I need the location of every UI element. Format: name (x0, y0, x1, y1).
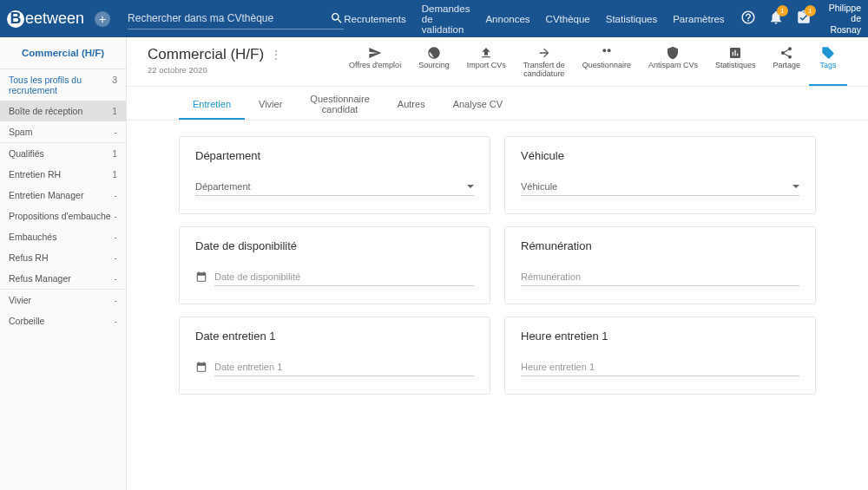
task-badge: 1 (805, 5, 816, 16)
card-title: Date entretien 1 (195, 330, 474, 343)
sidebar-item[interactable]: Corbeille- (0, 310, 126, 331)
cards-area: Département Département Véhicule Véhicul… (127, 121, 868, 422)
nav-annonces[interactable]: Annonces (485, 14, 529, 24)
notif-badge: 1 (777, 5, 788, 16)
page-title: Commercial (H/F) (148, 46, 264, 63)
search-input[interactable] (128, 12, 330, 24)
sidebar-item[interactable]: Tous les profils du recrutement3 (0, 69, 126, 101)
nav-parametres[interactable]: Paramètres (673, 14, 724, 24)
action-item[interactable]: Offres d'emploi (340, 46, 410, 86)
sidebar-item[interactable]: Entretien RH1 (0, 164, 126, 185)
sidebar-item[interactable]: Entretien Manager- (0, 185, 126, 206)
calendar-icon (195, 271, 207, 283)
sidebar-item[interactable]: Vivier- (0, 290, 126, 310)
action-item[interactable]: Questionnaire (574, 46, 640, 86)
nav-demandes[interactable]: Demandes de validation (422, 3, 470, 35)
tab[interactable]: Vivier (245, 90, 296, 120)
dispo-date-input[interactable]: Date de disponibilité (214, 268, 474, 286)
action-item[interactable]: Statistiques (707, 46, 765, 86)
sidebar: Commercial (H/F) Tous les profils du rec… (0, 37, 127, 490)
departement-select[interactable]: Département (195, 178, 474, 196)
card-heure-entretien-1: Heure entretien 1 Heure entretien 1 (504, 317, 816, 395)
chevron-down-icon (792, 185, 799, 188)
tab[interactable]: Entretien (179, 90, 245, 120)
sidebar-item[interactable]: Refus Manager- (0, 268, 126, 289)
page-date: 22 octobre 2020 (148, 65, 281, 75)
sidebar-item[interactable]: Embauchés- (0, 226, 126, 247)
sidebar-item[interactable]: Propositions d'embauche- (0, 206, 126, 226)
action-item[interactable]: Import CVs (458, 46, 515, 86)
card-disponibilite: Date de disponibilité Date de disponibil… (179, 226, 490, 304)
sidebar-title: Commercial (H/F) (0, 37, 126, 69)
date-entretien-1-input[interactable]: Date entretien 1 (214, 358, 474, 376)
logo[interactable]: Beetween + (7, 10, 110, 28)
card-title: Rémunération (521, 239, 799, 252)
vehicule-select[interactable]: Véhicule (521, 178, 799, 196)
page-head: Commercial (H/F) ⋮ 22 octobre 2020 Offre… (127, 37, 868, 87)
card-remuneration: Rémunération Rémunération (504, 226, 816, 304)
tab[interactable]: Questionnairecandidat (296, 90, 384, 120)
remuneration-input[interactable]: Rémunération (521, 268, 799, 286)
card-title: Heure entretien 1 (521, 330, 799, 343)
card-title: Date de disponibilité (195, 239, 474, 252)
action-item[interactable]: Tags (809, 46, 847, 86)
sidebar-item[interactable]: Refus RH- (0, 247, 126, 268)
card-title: Véhicule (521, 149, 799, 162)
tabs: EntretienVivierQuestionnairecandidatAutr… (127, 90, 868, 121)
chevron-down-icon (467, 185, 474, 188)
action-item[interactable]: Transfert decandidature (515, 46, 574, 86)
tab[interactable]: Autres (384, 90, 439, 120)
action-item[interactable]: Partage (764, 46, 809, 86)
action-item[interactable]: Sourcing (410, 46, 458, 86)
nav-recrutements[interactable]: Recrutements (344, 14, 406, 24)
search-icon (330, 11, 344, 25)
card-date-entretien-1: Date entretien 1 Date entretien 1 (179, 317, 490, 395)
nav-cvtheque[interactable]: CVthèque (546, 14, 590, 24)
tab[interactable]: Analyse CV (439, 90, 516, 120)
help-icon[interactable] (740, 10, 756, 28)
user-name[interactable]: Philippe de Rosnay (829, 3, 861, 36)
nav-statistiques[interactable]: Statistiques (606, 14, 657, 24)
header-icons: 1 1 Philippe de Rosnay (740, 3, 861, 36)
search-box[interactable] (128, 8, 344, 29)
add-button[interactable]: + (95, 11, 110, 27)
tasks-icon[interactable]: 1 (796, 10, 812, 28)
bell-icon[interactable]: 1 (768, 10, 784, 28)
nav-links: Recrutements Demandes de validation Anno… (344, 3, 724, 35)
sidebar-item[interactable]: Qualifiés1 (0, 143, 126, 164)
sidebar-item[interactable]: Boîte de réception1 (0, 101, 126, 121)
content: Commercial (H/F) ⋮ 22 octobre 2020 Offre… (127, 37, 868, 490)
card-vehicule: Véhicule Véhicule (504, 136, 816, 214)
app-header: Beetween + Recrutements Demandes de vali… (0, 0, 868, 37)
action-item[interactable]: Antispam CVs (640, 46, 707, 86)
card-title: Département (195, 149, 474, 162)
calendar-icon (195, 361, 207, 373)
card-departement: Département Département (179, 136, 490, 214)
more-icon[interactable]: ⋮ (271, 49, 281, 61)
sidebar-item[interactable]: Spam- (0, 121, 126, 142)
heure-entretien-1-input[interactable]: Heure entretien 1 (521, 358, 799, 376)
